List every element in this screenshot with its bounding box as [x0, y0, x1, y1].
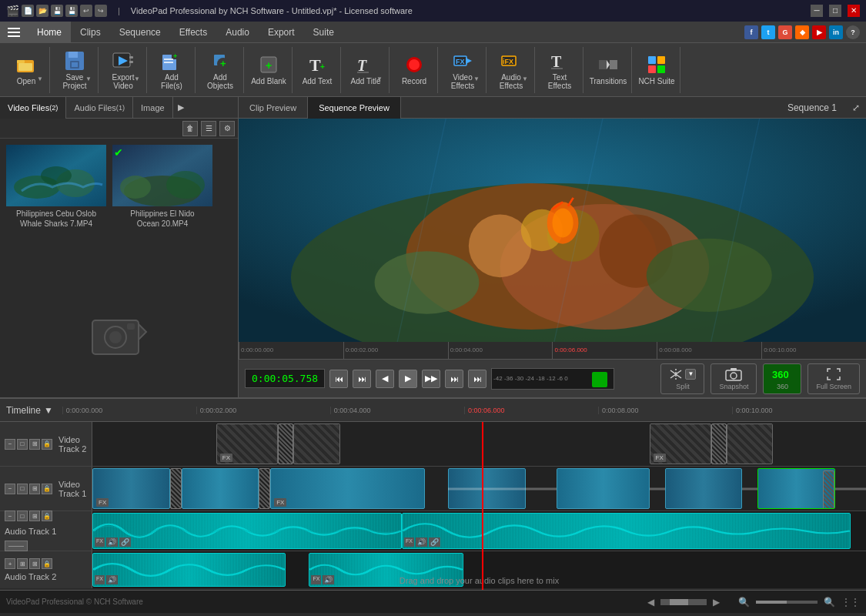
clip-preview-tab[interactable]: Clip Preview: [239, 97, 308, 119]
audio2-grid-btn[interactable]: ⊞: [17, 558, 28, 569]
menu-clips[interactable]: Clips: [71, 22, 110, 43]
youtube-icon[interactable]: ▶: [812, 25, 826, 39]
menu-effects[interactable]: Effects: [170, 22, 216, 43]
scroll-right[interactable]: ▶: [713, 597, 720, 608]
menu-suite[interactable]: Suite: [304, 22, 343, 43]
go-end-button[interactable]: ⏭: [468, 370, 486, 388]
new-icon[interactable]: 📄: [22, 5, 34, 17]
track1-clip-3[interactable]: FX: [270, 468, 425, 509]
audio2-lock-btn[interactable]: 🔒: [42, 558, 52, 569]
facebook-icon[interactable]: f: [744, 25, 758, 39]
track1-mute-button[interactable]: −: [5, 484, 15, 494]
track1-transition-last[interactable]: [823, 470, 834, 509]
audio1-clip-1[interactable]: FX 🔊 🔗: [92, 513, 402, 549]
track2-clip-4[interactable]: [727, 424, 773, 464]
track1-lock-button[interactable]: 🔒: [42, 484, 52, 494]
video-track-2-content[interactable]: FX FX: [92, 422, 866, 466]
audio-track-2-content[interactable]: FX 🔊 FX 🔊 D: [92, 551, 866, 588]
maximize-button[interactable]: □: [829, 5, 841, 17]
audio2-grid2-btn[interactable]: ⊞: [29, 558, 40, 569]
track-visibility-button[interactable]: □: [17, 439, 28, 450]
open-button[interactable]: Open ▼: [6, 49, 46, 92]
track1-clip-1[interactable]: FX: [92, 468, 170, 509]
video-effects-button[interactable]: FX Video Effects ▼: [443, 49, 483, 92]
track1-grid-button[interactable]: ⊞: [29, 484, 40, 494]
media-tab-video[interactable]: Video Files (2): [0, 97, 66, 119]
track2-clip-2[interactable]: [293, 424, 339, 464]
zoom-out-icon[interactable]: 🔍: [738, 597, 750, 608]
media-tab-image[interactable]: Image: [133, 97, 173, 119]
media-item-1[interactable]: ✔ Philippines El NidoOcean 20.MP4: [112, 145, 212, 229]
preview-expand-button[interactable]: ⤢: [846, 99, 866, 116]
track2-clip-3[interactable]: FX: [650, 424, 711, 464]
transitions-button[interactable]: Transitions: [588, 49, 628, 92]
save-project-button[interactable]: Save Project ▼: [55, 49, 95, 92]
add-title-button[interactable]: T Add Title ▼: [346, 49, 386, 92]
play-button[interactable]: ▶: [399, 370, 417, 388]
step-forward-button[interactable]: ▶▶: [422, 370, 440, 388]
split-dropdown[interactable]: ▼: [685, 369, 696, 380]
menu-audio[interactable]: Audio: [216, 22, 259, 43]
track1-clip-7[interactable]: [757, 468, 835, 509]
track-grid-button[interactable]: ⊞: [29, 439, 40, 450]
audio1-grid-btn[interactable]: ⊞: [29, 511, 40, 521]
step-back-button[interactable]: ◀: [376, 370, 394, 388]
zoom-slider[interactable]: [756, 601, 818, 604]
export-video-button[interactable]: Export Video ▼: [103, 49, 143, 92]
track2-transition-1[interactable]: [278, 424, 293, 464]
audio1-clip-2[interactable]: FX 🔊 🔗: [402, 513, 851, 549]
text-effects-button[interactable]: T Text Effects: [540, 49, 580, 92]
fullscreen-tool[interactable]: Full Screen: [807, 363, 860, 394]
save2-icon[interactable]: 💾: [65, 5, 78, 17]
audio1-vol-slider[interactable]: ────: [5, 541, 28, 551]
zoom-in-icon[interactable]: 🔍: [824, 597, 835, 608]
snapshot-tool[interactable]: Snapshot: [711, 363, 757, 394]
google-icon[interactable]: G: [778, 25, 792, 39]
audio-track-1-content[interactable]: FX 🔊 🔗 FX 🔊 🔗: [92, 511, 866, 551]
orange-icon[interactable]: ◆: [795, 25, 809, 39]
media-item-0[interactable]: Philippines Cebu OslobWhale Sharks 7.MP4: [6, 145, 106, 229]
timeline-dropdown-arrow[interactable]: ▼: [44, 405, 53, 416]
help-icon[interactable]: ?: [846, 25, 860, 39]
more-options[interactable]: ⋮⋮: [841, 597, 860, 608]
go-start-button[interactable]: ⏮: [329, 370, 348, 388]
hamburger-menu[interactable]: [0, 22, 28, 43]
open-icon[interactable]: 📂: [36, 5, 48, 17]
scroll-left[interactable]: ◀: [647, 597, 654, 608]
close-button[interactable]: ✕: [848, 5, 860, 17]
audio2-add-btn[interactable]: +: [5, 558, 15, 569]
audio1-vis-btn[interactable]: □: [17, 511, 28, 521]
track2-transition-2[interactable]: [711, 424, 727, 464]
record-button[interactable]: Record: [394, 49, 434, 92]
media-tab-arrow[interactable]: ▶: [173, 99, 189, 116]
media-delete-button[interactable]: 🗑: [182, 121, 198, 136]
next-frame-button[interactable]: ⏭: [445, 370, 463, 388]
audio1-lock-btn[interactable]: 🔒: [42, 511, 52, 521]
menu-export[interactable]: Export: [259, 22, 304, 43]
split-tool[interactable]: ▼ Split: [660, 363, 704, 394]
media-list-view-button[interactable]: ☰: [201, 121, 216, 136]
track-mute-button[interactable]: −: [5, 439, 15, 450]
add-blank-button[interactable]: + Add Blank: [249, 49, 289, 92]
sequence-preview-tab[interactable]: Sequence Preview: [308, 97, 401, 119]
redo-icon[interactable]: ↪: [95, 5, 107, 17]
undo-icon[interactable]: ↩: [80, 5, 92, 17]
track2-clip-1[interactable]: FX: [216, 424, 278, 464]
audio1-mute-btn[interactable]: −: [5, 511, 15, 521]
track1-transition-2[interactable]: [259, 468, 270, 509]
add-files-button[interactable]: + Add File(s): [152, 49, 192, 92]
save-icon[interactable]: 💾: [51, 5, 63, 17]
twitter-icon[interactable]: t: [761, 25, 775, 39]
track1-clip-6[interactable]: [665, 468, 743, 509]
menu-sequence[interactable]: Sequence: [110, 22, 170, 43]
add-text-button[interactable]: T+ Add Text: [297, 49, 337, 92]
media-tab-audio[interactable]: Audio Files (1): [66, 97, 133, 119]
minimize-button[interactable]: ─: [811, 5, 823, 17]
track1-transition-1[interactable]: [170, 468, 182, 509]
track-lock-button[interactable]: 🔒: [42, 439, 52, 450]
menu-home[interactable]: Home: [28, 22, 71, 43]
360-tool[interactable]: 360 360: [763, 363, 801, 394]
prev-frame-button[interactable]: ⏭: [353, 370, 371, 388]
audio-effects-button[interactable]: iFX Audio Effects ▼: [491, 49, 531, 92]
add-objects-button[interactable]: + Add Objects: [200, 49, 240, 92]
